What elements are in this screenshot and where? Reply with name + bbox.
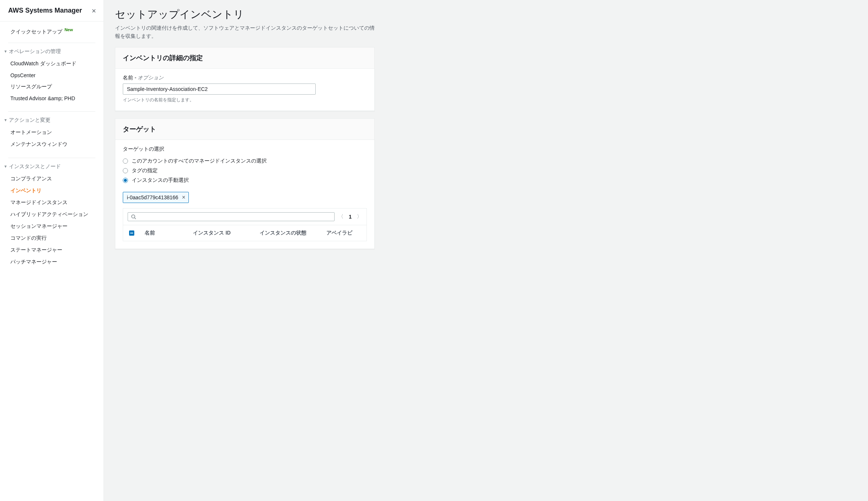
instance-table-header: 名前 インスタンス ID インスタンスの状態 アベイラビ <box>123 225 366 241</box>
radio-icon <box>123 168 128 173</box>
caret-down-icon: ▼ <box>4 164 9 168</box>
main-content: セットアップインベントリ インベントリの関連付けを作成して、ソフトウェアとマネー… <box>104 0 868 501</box>
instance-token[interactable]: i-0aac5d779c4138166 × <box>123 192 189 203</box>
sidebar-title: AWS Systems Manager <box>8 7 82 14</box>
nav-group-header-instances[interactable]: ▼ インスタンスとノード <box>0 162 103 173</box>
sidebar-item-trusted-advisor[interactable]: Trusted Advisor &amp; PHD <box>0 93 103 104</box>
radio-label: タグの指定 <box>132 167 158 174</box>
sidebar: AWS Systems Manager × クイックセットアップ New ▼ オ… <box>0 0 104 501</box>
nav-group-label: インスタンスとノード <box>9 163 61 170</box>
instance-table: 〈 1 〉 名前 インスタンス ID インスタンスの状態 アベイラビ <box>123 208 367 241</box>
search-icon <box>131 214 136 219</box>
nav-group-ops: ▼ オペレーションの管理 CloudWatch ダッシュボード OpsCente… <box>0 39 103 108</box>
sidebar-item-hybrid-activation[interactable]: ハイブリッドアクティベーション <box>0 209 103 220</box>
panel-targets: ターゲット ターゲットの選択 このアカウントのすべてのマネージドインスタンスの選… <box>115 118 375 249</box>
radio-specify-tag[interactable]: タグの指定 <box>123 166 367 176</box>
sidebar-item-maintenance-window[interactable]: メンテナンスウィンドウ <box>0 138 103 150</box>
sidebar-item-inventory[interactable]: インベントリ <box>0 185 103 197</box>
sidebar-item-cloudwatch[interactable]: CloudWatch ダッシュボード <box>0 58 103 70</box>
sidebar-item-patch-manager[interactable]: パッチマネージャー <box>0 256 103 268</box>
pager-next-icon[interactable]: 〉 <box>357 213 362 220</box>
th-instance-state[interactable]: インスタンスの状態 <box>255 225 322 241</box>
name-field-hint: インベントリの名前を指定します。 <box>123 95 367 103</box>
caret-down-icon: ▼ <box>4 118 9 122</box>
radio-icon <box>123 178 128 183</box>
nav-group-label: オペレーションの管理 <box>9 48 61 55</box>
radio-manual-instance[interactable]: インスタンスの手動選択 <box>123 176 367 185</box>
instance-table-toolbar: 〈 1 〉 <box>123 209 366 225</box>
name-optional-text: オプション <box>138 75 164 81</box>
sidebar-item-session-manager[interactable]: セッションマネージャー <box>0 220 103 232</box>
sidebar-item-managed-instances[interactable]: マネージドインスタンス <box>0 197 103 209</box>
th-availability[interactable]: アベイラビ <box>322 225 366 241</box>
pager-prev-icon[interactable]: 〈 <box>338 213 343 220</box>
sidebar-item-resource-groups[interactable]: リソースグループ <box>0 81 103 93</box>
indeterminate-check-icon <box>129 230 134 236</box>
sidebar-item-quick-setup[interactable]: クイックセットアップ New <box>0 22 103 39</box>
sidebar-item-state-manager[interactable]: ステートマネージャー <box>0 244 103 256</box>
pager-page-number: 1 <box>349 214 352 220</box>
radio-label: インスタンスの手動選択 <box>132 177 189 184</box>
sidebar-item-compliance[interactable]: コンプライアンス <box>0 173 103 185</box>
th-instance-id[interactable]: インスタンス ID <box>188 225 255 241</box>
nav-group-header-actions[interactable]: ▼ アクションと変更 <box>0 115 103 127</box>
panel-header-targets: ターゲット <box>115 119 374 140</box>
pager: 〈 1 〉 <box>338 213 362 220</box>
sidebar-item-automation[interactable]: オートメーション <box>0 127 103 138</box>
nav-group-header-ops[interactable]: ▼ オペレーションの管理 <box>0 47 103 58</box>
instance-token-label: i-0aac5d779c4138166 <box>127 194 178 200</box>
radio-label: このアカウントのすべてのマネージドインスタンスの選択 <box>132 158 267 164</box>
name-field-label: 名前 - オプション <box>123 75 367 84</box>
new-badge: New <box>65 27 73 32</box>
svg-point-0 <box>132 215 135 218</box>
inventory-name-input[interactable] <box>123 84 316 95</box>
sidebar-item-run-command[interactable]: コマンドの実行 <box>0 232 103 244</box>
caret-down-icon: ▼ <box>4 49 9 53</box>
panel-header-details: インベントリの詳細の指定 <box>115 48 374 69</box>
radio-all-managed[interactable]: このアカウントのすべてのマネージドインスタンスの選択 <box>123 156 367 166</box>
page-title: セットアップインベントリ <box>115 7 375 24</box>
close-icon[interactable]: × <box>92 7 96 14</box>
select-all-checkbox[interactable] <box>123 226 140 240</box>
quick-setup-label: クイックセットアップ <box>10 29 62 35</box>
page-description: インベントリの関連付けを作成して、ソフトウェアとマネージドインスタンスのターゲッ… <box>115 24 375 47</box>
name-label-text: 名前 - <box>123 75 138 81</box>
nav-group-instances: ▼ インスタンスとノード コンプライアンス インベントリ マネージドインスタンス… <box>0 154 103 272</box>
nav-group-actions: ▼ アクションと変更 オートメーション メンテナンスウィンドウ <box>0 108 103 154</box>
remove-token-icon[interactable]: × <box>182 194 185 200</box>
radio-icon <box>123 158 128 164</box>
nav-group-label: アクションと変更 <box>9 117 50 124</box>
panel-inventory-details: インベントリの詳細の指定 名前 - オプション インベントリの名前を指定します。 <box>115 47 375 111</box>
target-radio-group: このアカウントのすべてのマネージドインスタンスの選択 タグの指定 インスタンスの… <box>123 155 367 185</box>
th-name[interactable]: 名前 <box>140 225 188 241</box>
svg-line-1 <box>135 217 136 219</box>
instance-search-input[interactable] <box>128 212 335 221</box>
sidebar-header: AWS Systems Manager × <box>0 0 103 22</box>
sidebar-item-opscenter[interactable]: OpsCenter <box>0 70 103 81</box>
target-select-label: ターゲットの選択 <box>123 146 367 155</box>
